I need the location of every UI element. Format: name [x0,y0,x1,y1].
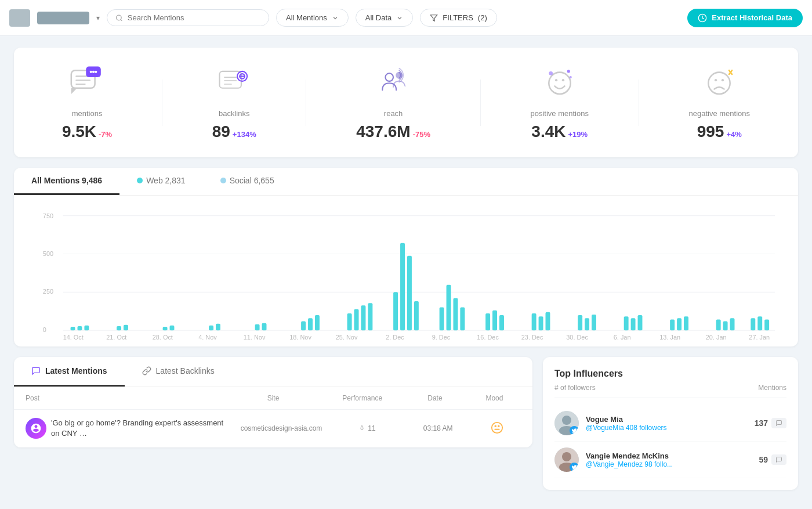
brand-dropdown-arrow[interactable]: ▾ [96,14,100,22]
logo [9,9,30,27]
svg-rect-65 [499,315,504,330]
tab-all-mentions[interactable]: All Mentions 9,486 [14,168,119,195]
svg-rect-54 [368,303,372,330]
svg-rect-72 [624,316,629,330]
influencer-info: Vogue Mia @VogueMia 408 followers [586,415,748,432]
influencer-count: 137 [755,418,786,428]
svg-text:25. Nov: 25. Nov [336,334,358,341]
stat-positive: positive mentions 3.4K+19% [531,64,589,141]
negative-icon [699,64,740,104]
svg-rect-70 [585,318,589,330]
tab-social[interactable]: Social 6,655 [203,168,292,195]
svg-point-100 [491,423,502,433]
chevron-down-icon [332,15,339,21]
svg-rect-66 [532,313,536,330]
influencer-info: Vangie Mendez McKins @Vangie_Mendez 98 f… [586,452,752,468]
list-item: Vogue Mia @VogueMia 408 followers 137 [554,405,786,442]
svg-text:16. Dec: 16. Dec [477,334,499,341]
mentions-value: 9.5K-7% [62,122,112,141]
svg-point-102 [495,425,496,427]
negative-label: negative mentions [689,109,751,118]
svg-text:13. Jan: 13. Jan [659,334,680,341]
svg-rect-67 [539,316,543,330]
search-box[interactable] [107,9,269,26]
all-mentions-dropdown[interactable]: All Mentions [276,9,349,27]
svg-rect-60 [447,285,451,330]
svg-line-1 [121,19,122,20]
filters-button[interactable]: FILTERS (2) [420,9,496,27]
svg-text:18. Nov: 18. Nov [289,334,311,341]
twitter-badge [570,463,579,472]
svg-point-23 [549,71,553,75]
feed-tabs: Latest Mentions Latest Backlinks [14,357,532,387]
svg-text:2. Dec: 2. Dec [386,334,404,341]
svg-rect-68 [546,312,550,330]
tab-web[interactable]: Web 2,831 [119,168,202,195]
tab-latest-backlinks[interactable]: Latest Backlinks [125,357,232,387]
svg-rect-41 [124,325,128,330]
mention-badge [771,454,786,465]
svg-point-9 [90,71,92,73]
stat-backlinks: backlinks 89+134% [212,64,256,141]
stat-mentions: mentions 9.5K-7% [62,64,112,141]
svg-point-108 [562,452,571,461]
svg-rect-55 [393,292,398,330]
positive-label: positive mentions [531,109,589,118]
svg-text:500: 500 [43,250,53,257]
svg-rect-50 [315,315,320,330]
svg-point-21 [555,79,557,81]
svg-text:11. Nov: 11. Nov [244,334,266,341]
svg-rect-43 [170,326,175,330]
influencers-title: Top Influencers [554,369,786,379]
svg-rect-45 [216,324,220,331]
mentions-label: mentions [72,109,103,118]
stats-card: mentions 9.5K-7% backlinks [14,48,798,157]
svg-point-20 [549,73,570,94]
influencers-columns: # of followers Mentions [554,384,786,398]
search-input[interactable] [128,13,260,22]
svg-text:30. Dec: 30. Dec [566,334,588,341]
chat-bubble-icon [31,366,41,376]
svg-point-11 [95,71,97,73]
svg-point-105 [562,416,571,425]
svg-rect-80 [730,318,735,330]
svg-point-24 [567,70,570,73]
main-content: mentions 9.5K-7% backlinks [0,36,812,501]
tab-latest-mentions[interactable]: Latest Mentions [14,357,125,387]
svg-rect-61 [453,298,458,330]
svg-text:0: 0 [43,326,46,333]
svg-rect-69 [578,315,582,330]
svg-rect-81 [751,318,755,330]
svg-marker-2 [431,15,438,21]
svg-point-103 [498,425,499,427]
neutral-face-icon [491,421,503,434]
svg-rect-73 [631,318,636,330]
svg-rect-62 [460,308,465,331]
stat-reach: reach 437.6M-75% [356,64,430,141]
feed-table-header: Post Site Performance Date Mood [14,387,532,410]
post-site: cosmeticsdesign-asia.com [236,424,327,432]
svg-rect-83 [764,319,769,330]
stat-negative: negative mentions 995+4% [689,64,751,141]
influencer-count: 59 [759,454,786,465]
svg-rect-53 [361,305,365,330]
table-row: 'Go big or go home'? Branding expert's a… [14,410,532,447]
svg-text:28. Oct: 28. Oct [153,334,173,341]
brand-name [37,12,89,24]
extract-button[interactable]: Extract Historical Data [687,9,803,27]
chevron-down-icon2 [396,15,403,21]
positive-icon [539,64,580,104]
divider-3 [480,80,481,126]
social-dot [220,178,226,183]
reach-value: 437.6M-75% [356,122,430,141]
post-date: 03:18 AM [408,424,468,432]
svg-rect-76 [677,318,682,330]
svg-rect-59 [440,308,444,331]
svg-rect-57 [407,256,412,331]
svg-rect-64 [492,311,497,331]
svg-text:27. Jan: 27. Jan [749,334,770,341]
link2-icon [142,366,151,376]
all-data-dropdown[interactable]: All Data [356,9,414,27]
svg-rect-37 [71,327,75,330]
svg-text:20. Jan: 20. Jan [706,334,727,341]
